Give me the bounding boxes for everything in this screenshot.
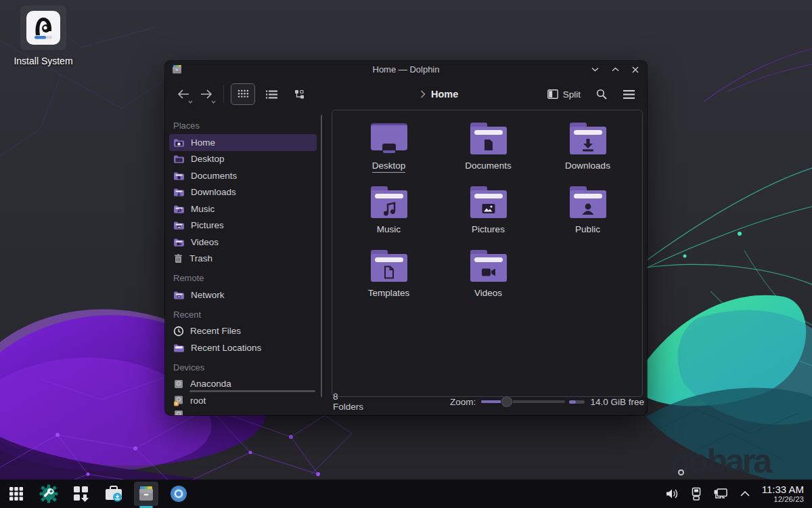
folder-item-downloads[interactable]: Downloads xyxy=(538,123,637,186)
disk-capacity-bar xyxy=(569,400,585,404)
tray-expander-chevron-icon[interactable] xyxy=(738,486,752,501)
folder-item-documents[interactable]: Documents xyxy=(438,123,538,186)
sidebar-item-music[interactable]: Music xyxy=(169,200,317,217)
music-folder-large-icon xyxy=(369,186,409,218)
sidebar-label: Anaconda xyxy=(190,379,231,389)
clock-date: 12/26/23 xyxy=(762,495,804,504)
network-folder-icon xyxy=(173,290,185,300)
sidebar-item-network[interactable]: Network xyxy=(169,287,317,303)
sidebar-item-device-partial[interactable] xyxy=(169,409,317,416)
nobara-driver-manager-button[interactable] xyxy=(37,482,61,506)
sidebar-item-pictures[interactable]: Pictures xyxy=(169,217,317,234)
videos-folder-large-icon xyxy=(469,250,508,282)
sidebar-item-downloads[interactable]: Downloads xyxy=(169,184,317,201)
folder-count: 8 Folders xyxy=(333,391,363,412)
software-installer-button[interactable] xyxy=(102,482,126,506)
desktop-folder-icon xyxy=(173,154,185,164)
places-panel: Places Home Desktop xyxy=(165,110,322,415)
nobara-watermark: nobara xyxy=(669,442,770,481)
search-button[interactable] xyxy=(591,84,612,104)
removable-device-tray-icon[interactable] xyxy=(689,486,704,501)
sidebar-label: root xyxy=(190,396,206,406)
taskbar: 11:33 AM 12/26/23 xyxy=(0,480,812,508)
public-folder-large-icon xyxy=(568,186,608,218)
sidebar-scrollbar[interactable] xyxy=(321,114,322,398)
watermark-text: nobara xyxy=(669,442,770,480)
clock-icon xyxy=(173,326,184,337)
folder-item-music[interactable]: Music xyxy=(339,186,438,250)
zoom-slider[interactable] xyxy=(481,396,565,408)
folder-item-videos[interactable]: Videos xyxy=(438,250,538,314)
forward-button[interactable] xyxy=(196,84,217,104)
back-button[interactable] xyxy=(173,84,194,104)
downloads-folder-large-icon xyxy=(568,123,608,154)
dolphin-taskbar-button[interactable] xyxy=(134,482,158,506)
sidebar-item-desktop[interactable]: Desktop xyxy=(169,151,317,168)
folder-label: Documents xyxy=(465,161,511,172)
clock[interactable]: 11:33 AM 12/26/23 xyxy=(762,484,807,504)
tree-view-button[interactable] xyxy=(288,83,312,105)
sidebar-label: Pictures xyxy=(191,220,224,230)
search-icon xyxy=(596,89,607,100)
clock-time: 11:33 AM xyxy=(762,484,804,495)
anaconda-installer-icon xyxy=(26,11,60,45)
minimize-button[interactable] xyxy=(590,65,600,75)
sidebar-item-home[interactable]: Home xyxy=(169,134,317,151)
install-system-shortcut[interactable]: Install System xyxy=(11,5,76,66)
icons-view-button[interactable] xyxy=(231,83,255,105)
updates-icon xyxy=(72,485,90,503)
folder-label: Downloads xyxy=(565,161,610,172)
app-launcher-button[interactable] xyxy=(4,482,28,506)
sidebar-item-videos[interactable]: Videos xyxy=(169,234,317,251)
sidebar-label: Trash xyxy=(189,253,212,263)
sidebar-label: Recent Files xyxy=(190,326,241,336)
sidebar-item-recent-locations[interactable]: Recent Locations xyxy=(169,339,317,356)
folder-label: Music xyxy=(377,224,401,236)
folder-item-pictures[interactable]: Pictures xyxy=(438,186,538,250)
sidebar-label: Network xyxy=(191,290,225,300)
chromium-button[interactable] xyxy=(166,482,191,506)
pictures-folder-large-icon xyxy=(469,186,508,218)
split-button[interactable]: Split xyxy=(543,87,585,102)
breadcrumb-home[interactable]: Home xyxy=(431,89,458,100)
window-title: Home — Dolphin xyxy=(165,64,647,75)
desktop: nobara Install System xyxy=(0,0,812,508)
toolbox-icon xyxy=(104,485,123,503)
display-network-tray-icon[interactable] xyxy=(713,486,728,501)
dolphin-app-icon xyxy=(171,64,183,75)
volume-tray-icon[interactable] xyxy=(664,486,679,501)
devices-header: Devices xyxy=(173,362,322,373)
list-view-button[interactable] xyxy=(259,83,284,105)
updates-button[interactable] xyxy=(69,482,93,506)
status-bar: 8 Folders Zoom: 14.0 GiB free xyxy=(332,394,644,410)
folder-item-public[interactable]: Public xyxy=(538,186,637,250)
zoom-slider-knob[interactable] xyxy=(501,396,513,408)
folder-label: Public xyxy=(575,224,600,236)
downloads-folder-icon xyxy=(173,187,185,197)
chromium-icon xyxy=(169,484,188,503)
sidebar-label: Downloads xyxy=(191,187,236,197)
close-button[interactable] xyxy=(631,65,640,75)
back-history-caret[interactable] xyxy=(188,100,193,104)
titlebar[interactable]: Home — Dolphin xyxy=(165,61,647,78)
folder-item-templates[interactable]: Templates xyxy=(339,250,438,314)
gear-wrench-icon xyxy=(39,484,59,504)
breadcrumb[interactable]: Home xyxy=(420,89,458,100)
folder-item-desktop[interactable]: Desktop xyxy=(339,123,438,186)
folder-label: Pictures xyxy=(472,224,505,236)
sidebar-item-recent-files[interactable]: Recent Files xyxy=(169,323,317,340)
sidebar-item-documents[interactable]: Documents xyxy=(169,167,317,184)
sidebar-item-anaconda-device[interactable]: Anaconda xyxy=(169,376,317,393)
templates-folder-large-icon xyxy=(369,250,409,282)
sidebar-item-trash[interactable]: Trash xyxy=(169,251,317,268)
forward-history-caret[interactable] xyxy=(211,100,216,104)
zoom-label: Zoom: xyxy=(450,397,476,407)
app-launcher-icon xyxy=(9,486,24,501)
hard-drive-icon xyxy=(173,379,184,389)
hamburger-menu-button[interactable] xyxy=(618,84,639,104)
documents-folder-large-icon xyxy=(469,123,508,154)
maximize-button[interactable] xyxy=(610,65,620,75)
sidebar-label: Recent Locations xyxy=(191,343,261,353)
sidebar-item-root-device[interactable]: root xyxy=(169,392,317,409)
toolbar-separator xyxy=(223,85,224,103)
